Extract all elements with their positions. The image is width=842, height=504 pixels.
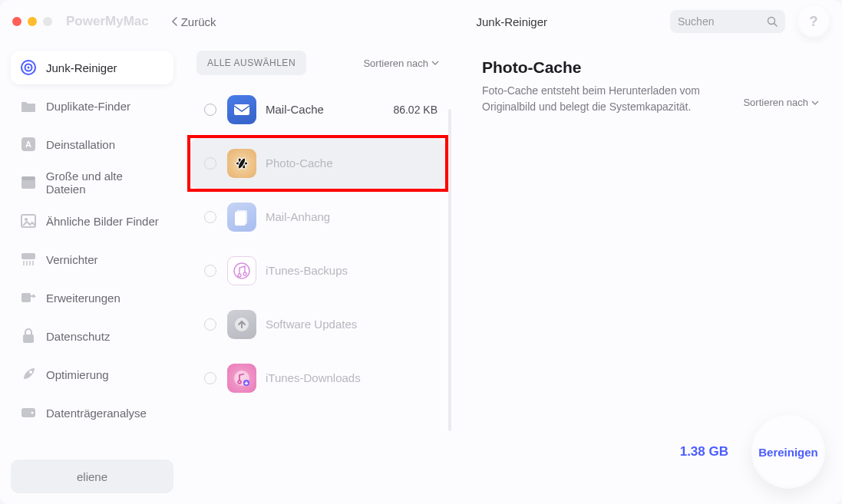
svg-rect-11 xyxy=(21,253,35,259)
update-icon xyxy=(227,310,256,339)
target-icon xyxy=(20,59,37,76)
list-item-photo-cache[interactable]: Photo-Cache xyxy=(190,138,445,189)
app-name: PowerMyMac xyxy=(66,14,149,29)
svg-point-28 xyxy=(234,263,249,278)
detail-description: Foto-Cache entsteht beim Herunterladen v… xyxy=(482,83,735,115)
svg-point-4 xyxy=(28,67,30,69)
list-item-mail-cache[interactable]: Mail-Cache 86.02 KB xyxy=(190,84,445,135)
sidebar-item-similar-images[interactable]: Ähnliche Bilder Finder xyxy=(11,204,173,238)
svg-text:A: A xyxy=(25,140,31,149)
close-dot[interactable] xyxy=(12,17,21,26)
help-button[interactable]: ? xyxy=(797,5,830,38)
radio-button[interactable] xyxy=(204,211,216,223)
svg-rect-7 xyxy=(21,180,35,189)
app-icon: A xyxy=(20,136,37,153)
back-button[interactable]: Zurück xyxy=(172,15,216,28)
chevron-down-icon xyxy=(811,100,819,105)
item-label: Mail-Anhang xyxy=(266,210,438,225)
lock-icon xyxy=(20,328,37,344)
extensions-icon xyxy=(20,289,37,306)
sidebar-item-label: Datenschutz xyxy=(46,330,110,343)
page-title: Junk-Reiniger xyxy=(476,15,547,28)
svg-rect-8 xyxy=(21,176,35,180)
sidebar-item-label: Ähnliche Bilder Finder xyxy=(46,215,159,228)
list-item-itunes-backups[interactable]: iTunes-Backups xyxy=(190,245,445,296)
sidebar-item-extensions[interactable]: Erweiterungen xyxy=(11,281,173,315)
sidebar-item-disk[interactable]: Datenträgeranalyse xyxy=(11,396,173,430)
svg-line-1 xyxy=(774,24,778,27)
sidebar-item-uninstall[interactable]: A Deinstallation xyxy=(11,127,173,161)
sidebar-item-shredder[interactable]: Vernichter xyxy=(11,242,173,276)
select-all-button[interactable]: ALLE AUSWÄHLEN xyxy=(196,51,306,75)
folder-icon xyxy=(20,97,37,114)
sidebar-item-label: Junk-Reiniger xyxy=(46,61,117,74)
disk-icon xyxy=(20,404,37,421)
radio-button[interactable] xyxy=(204,265,216,277)
sidebar-item-junk[interactable]: Junk-Reiniger xyxy=(11,51,173,84)
list-item-itunes-downloads[interactable]: iTunes-Downloads xyxy=(190,353,445,404)
item-label: iTunes-Downloads xyxy=(266,371,438,386)
music-download-icon xyxy=(227,364,256,393)
sidebar-item-label: Datenträgeranalyse xyxy=(46,407,147,420)
attachment-icon xyxy=(227,203,256,232)
search-icon xyxy=(767,16,778,27)
chevron-down-icon xyxy=(431,61,439,65)
sidebar-item-label: Deinstallation xyxy=(46,138,115,151)
category-list: Mail-Cache 86.02 KB Photo-Cache Mail-Anh… xyxy=(190,84,445,404)
sidebar-item-label: Optimierung xyxy=(46,368,109,381)
detail-title: Photo-Cache xyxy=(482,58,819,77)
radio-button[interactable] xyxy=(204,372,216,384)
svg-rect-16 xyxy=(21,293,31,302)
chevron-left-icon xyxy=(172,17,178,26)
item-label: Software Updates xyxy=(266,318,438,332)
clean-button[interactable]: Bereinigen xyxy=(751,415,825,489)
archive-icon xyxy=(20,174,37,191)
itunes-icon xyxy=(227,256,256,285)
svg-point-18 xyxy=(29,371,32,374)
item-size: 86.02 KB xyxy=(393,104,438,116)
sidebar-item-privacy[interactable]: Datenschutz xyxy=(11,319,173,353)
detail-sort-dropdown[interactable]: Sortieren nach xyxy=(743,97,819,108)
sidebar-item-optimize[interactable]: Optimierung xyxy=(11,357,173,391)
shredder-icon xyxy=(20,251,37,268)
minimize-dot[interactable] xyxy=(28,17,37,26)
svg-rect-27 xyxy=(235,212,246,226)
search-placeholder: Suchen xyxy=(678,15,767,28)
radio-button[interactable] xyxy=(204,318,216,331)
svg-point-10 xyxy=(25,218,28,221)
user-account[interactable]: eliene xyxy=(11,460,173,493)
sidebar: Junk-Reiniger Duplikate-Finder A Deinsta… xyxy=(0,43,184,504)
svg-rect-17 xyxy=(23,334,34,343)
sidebar-item-label: Vernichter xyxy=(46,253,98,266)
radio-button[interactable] xyxy=(204,104,216,116)
sidebar-item-large-files[interactable]: Große und alte Dateien xyxy=(11,166,173,199)
zoom-dot[interactable] xyxy=(43,17,52,26)
window-controls[interactable] xyxy=(12,17,52,26)
item-label: iTunes-Backups xyxy=(266,264,438,278)
sort-dropdown[interactable]: Sortieren nach xyxy=(363,58,439,69)
list-item-software-updates[interactable]: Software Updates xyxy=(190,299,445,350)
svg-point-20 xyxy=(31,412,34,414)
sidebar-item-duplicates[interactable]: Duplikate-Finder xyxy=(11,89,173,123)
svg-rect-21 xyxy=(234,104,249,115)
photos-icon xyxy=(227,149,256,178)
sidebar-item-label: Große und alte Dateien xyxy=(46,170,164,196)
item-label: Photo-Cache xyxy=(266,156,438,171)
radio-button[interactable] xyxy=(204,157,216,170)
search-input[interactable]: Suchen xyxy=(670,10,785,33)
image-icon xyxy=(20,212,37,229)
back-label: Zurück xyxy=(181,15,216,28)
list-item-mail-attachments[interactable]: Mail-Anhang xyxy=(190,192,445,242)
mail-icon xyxy=(227,95,256,124)
sidebar-item-label: Duplikate-Finder xyxy=(46,100,130,113)
total-size: 1.38 GB xyxy=(680,444,728,460)
item-label: Mail-Cache xyxy=(266,103,393,117)
rocket-icon xyxy=(20,366,37,383)
sidebar-item-label: Erweiterungen xyxy=(46,292,121,305)
